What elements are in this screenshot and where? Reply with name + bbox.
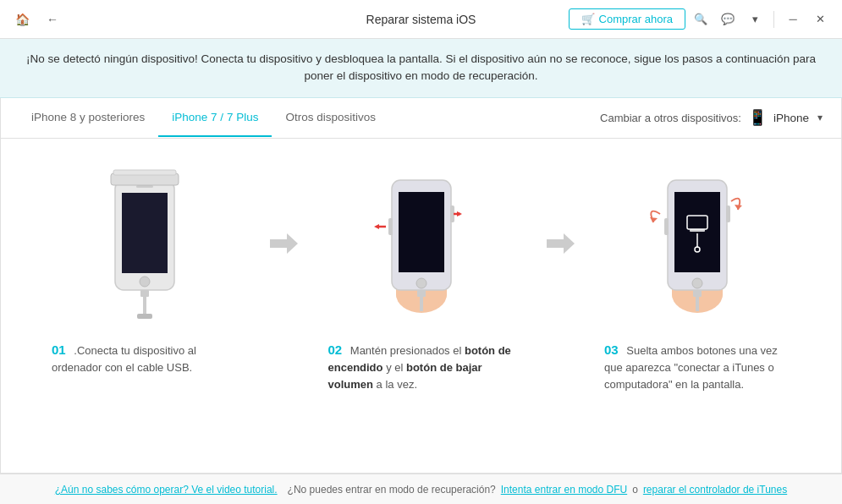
footer: ¿Aún no sabes cómo operar? Ve el video t… bbox=[0, 474, 842, 505]
svg-rect-33 bbox=[726, 205, 730, 222]
titlebar-actions: 🛒 Comprar ahora 🔍 💬 ▾ ─ ✕ bbox=[569, 8, 832, 31]
step-1: 01 .Conecta tu dispositivo al ordenador … bbox=[26, 159, 263, 376]
svg-rect-29 bbox=[690, 229, 705, 232]
tab-iphone7[interactable]: iPhone 7 / 7 Plus bbox=[158, 99, 272, 137]
step-1-image bbox=[26, 159, 263, 328]
arrow-icon-1 bbox=[266, 227, 300, 260]
separator bbox=[773, 11, 774, 28]
step-3: 03 Suelta ambos botones una vez que apar… bbox=[579, 159, 816, 394]
titlebar: 🏠 ← Reparar sistema iOS 🛒 Comprar ahora … bbox=[0, 0, 842, 39]
step-2-image bbox=[303, 159, 540, 328]
svg-marker-9 bbox=[270, 233, 298, 254]
buy-button[interactable]: 🛒 Comprar ahora bbox=[569, 8, 685, 30]
step-2: 02 Mantén presionados el botón de encend… bbox=[303, 159, 540, 394]
step-2-desc: 02 Mantén presionados el botón de encend… bbox=[328, 340, 515, 394]
svg-rect-6 bbox=[137, 314, 152, 319]
svg-marker-19 bbox=[374, 224, 379, 229]
svg-rect-37 bbox=[693, 290, 702, 297]
cart-icon: 🛒 bbox=[581, 13, 595, 25]
buy-label: Comprar ahora bbox=[599, 13, 673, 25]
svg-marker-36 bbox=[650, 217, 658, 222]
svg-point-2 bbox=[140, 277, 150, 287]
steps-area: 01 .Conecta tu dispositivo al ordenador … bbox=[1, 139, 841, 408]
title-text: Reparar sistema iOS bbox=[366, 13, 476, 26]
svg-rect-8 bbox=[113, 170, 176, 175]
switcher-label: Cambiar a otros dispositivos: bbox=[600, 112, 741, 124]
step-3-desc: 03 Suelta ambos botones una vez que apar… bbox=[604, 340, 790, 394]
device-switcher: Cambiar a otros dispositivos: 📱 iPhone ▾ bbox=[600, 108, 824, 127]
arrow-2 bbox=[540, 159, 580, 260]
step2-illustration bbox=[354, 163, 489, 324]
minimize-button[interactable]: ─ bbox=[781, 8, 805, 31]
alert-banner: ¡No se detectó ningún dispositivo! Conec… bbox=[0, 39, 842, 98]
step-1-desc: 01 .Conecta tu dispositivo al ordenador … bbox=[52, 340, 238, 376]
step-3-image bbox=[579, 159, 816, 328]
svg-marker-23 bbox=[547, 233, 575, 254]
close-button[interactable]: ✕ bbox=[808, 8, 832, 31]
home-button[interactable]: 🏠 bbox=[10, 8, 34, 31]
tab-otros[interactable]: Otros dispositivos bbox=[272, 99, 389, 137]
step1-illustration bbox=[90, 163, 200, 324]
back-button[interactable]: ← bbox=[41, 8, 64, 31]
search-button[interactable]: 🔍 bbox=[689, 8, 713, 31]
svg-marker-35 bbox=[735, 205, 742, 210]
svg-point-14 bbox=[416, 278, 427, 288]
dropdown-button[interactable]: ▾ bbox=[743, 8, 767, 31]
itunes-repair-link[interactable]: reparar el controlador de iTunes bbox=[643, 484, 787, 496]
svg-rect-4 bbox=[140, 290, 149, 297]
svg-rect-13 bbox=[399, 192, 444, 272]
device-icon: 📱 bbox=[748, 108, 767, 127]
message-button[interactable]: 💬 bbox=[716, 8, 740, 31]
dfu-mode-link[interactable]: Intenta entrar en modo DFU bbox=[501, 484, 627, 496]
svg-rect-34 bbox=[664, 218, 669, 235]
main-content: iPhone 8 y posteriores iPhone 7 / 7 Plus… bbox=[0, 98, 842, 474]
svg-marker-20 bbox=[457, 211, 462, 216]
svg-rect-1 bbox=[122, 193, 168, 273]
nav-buttons: 🏠 ← bbox=[10, 8, 64, 31]
footer-text2: o bbox=[632, 484, 638, 496]
device-name: iPhone bbox=[773, 112, 809, 124]
step3-illustration bbox=[630, 163, 765, 324]
svg-rect-17 bbox=[388, 218, 393, 235]
svg-rect-27 bbox=[674, 192, 720, 272]
svg-rect-21 bbox=[417, 290, 426, 297]
svg-point-32 bbox=[692, 278, 702, 288]
arrow-icon-2 bbox=[542, 227, 576, 260]
tab-iphone8[interactable]: iPhone 8 y posteriores bbox=[18, 99, 158, 137]
footer-text: ¿No puedes entrar en modo de recuperació… bbox=[288, 484, 496, 496]
device-chevron[interactable]: ▾ bbox=[816, 110, 824, 125]
tabs-bar: iPhone 8 y posteriores iPhone 7 / 7 Plus… bbox=[1, 98, 841, 139]
alert-text: ¡No se detectó ningún dispositivo! Conec… bbox=[26, 52, 816, 82]
app-title: Reparar sistema iOS bbox=[366, 13, 476, 26]
arrow-1 bbox=[263, 159, 303, 260]
video-tutorial-link[interactable]: ¿Aún no sabes cómo operar? Ve el video t… bbox=[55, 484, 278, 496]
